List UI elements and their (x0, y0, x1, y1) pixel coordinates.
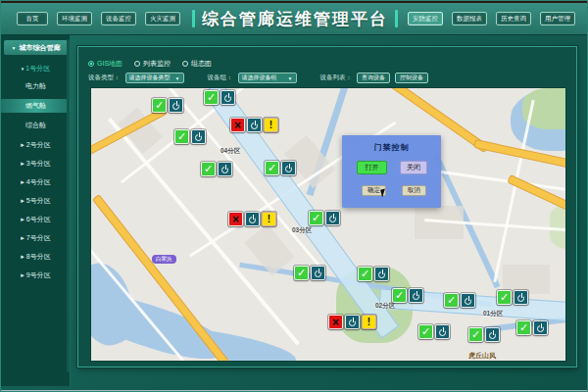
power-toggle-icon[interactable] (435, 324, 450, 339)
power-stem (443, 327, 445, 332)
status-fault-icon[interactable]: × (230, 118, 245, 132)
nav-button-数据报表[interactable]: 数据报表 (452, 12, 487, 25)
alarm-warning-icon[interactable]: ! (362, 315, 376, 329)
power-stem (228, 93, 230, 98)
power-toggle-icon[interactable] (409, 288, 423, 303)
device-marker-normal[interactable]: ✓ (358, 267, 389, 281)
status-ok-icon[interactable]: ✓ (392, 288, 407, 303)
status-ok-icon[interactable]: ✓ (358, 267, 372, 281)
nav-button-用户管理[interactable]: 用户管理 (540, 12, 575, 25)
sidebar-cabin-综合舱[interactable]: 综合舱 (1, 119, 71, 132)
power-stem (493, 330, 495, 335)
power-toggle-icon[interactable] (311, 266, 325, 280)
device-group-dropdown[interactable]: 请选择设备组 ▼ (238, 73, 297, 83)
device-marker-normal[interactable]: ✓ (516, 320, 548, 335)
device-marker-normal[interactable]: ✓ (497, 290, 528, 305)
status-ok-icon[interactable]: ✓ (418, 324, 433, 339)
device-marker-normal[interactable]: ✓ (152, 98, 183, 113)
device-marker-alarm[interactable]: ×! (328, 315, 376, 329)
device-marker-normal[interactable]: ✓ (418, 324, 450, 339)
device-list-button-查询设备[interactable]: 查询设备 (357, 73, 390, 83)
device-list-label: 设备列表： (320, 74, 353, 82)
power-toggle-icon[interactable] (374, 267, 389, 281)
nav-button-历史查询[interactable]: 历史查询 (496, 12, 531, 25)
sidebar-zone-4号分区[interactable]: ▸ 4号分区 (1, 176, 71, 188)
map-place-白家浜: 白家浜 (152, 255, 176, 264)
nav-button-环境监测[interactable]: 环境监测 (57, 12, 92, 25)
device-type-dropdown[interactable]: 请选择设备类型 ▼ (125, 73, 184, 83)
device-marker-normal[interactable]: ✓ (174, 129, 206, 144)
title-accent-right (395, 10, 398, 27)
device-marker-normal[interactable]: ✓ (444, 293, 475, 308)
power-toggle-icon[interactable] (533, 320, 548, 335)
open-button[interactable]: 打开 (357, 161, 387, 174)
sidebar: ▼ 城市综合管廊 ▾ 1号分区 电力舱燃气舱综合舱 ▸ 2号分区▸ 3号分区▸ … (1, 35, 71, 386)
power-toggle-icon[interactable] (281, 161, 296, 175)
power-toggle-icon[interactable] (485, 327, 500, 342)
view-mode-列表监控[interactable]: 列表监控 (134, 59, 171, 69)
device-marker-alarm[interactable]: ×! (228, 212, 276, 226)
sidebar-cabin-燃气舱[interactable]: 燃气舱 (1, 99, 71, 113)
sidebar-zone-3号分区[interactable]: ▸ 3号分区 (1, 158, 71, 170)
status-ok-icon[interactable]: ✓ (204, 90, 219, 105)
device-list-button-控制设备[interactable]: 控制设备 (395, 73, 428, 83)
sidebar-scrollbar[interactable] (67, 39, 70, 372)
device-marker-normal[interactable]: ✓ (392, 288, 423, 303)
alarm-warning-icon[interactable]: ! (262, 212, 276, 226)
status-ok-icon[interactable]: ✓ (516, 320, 531, 335)
close-button[interactable]: 关闭 (400, 161, 427, 174)
power-toggle-icon[interactable] (218, 162, 232, 176)
status-fault-icon[interactable]: × (228, 212, 243, 226)
sidebar-root-node[interactable]: ▼ 城市综合管廊 (4, 40, 68, 55)
device-marker-normal[interactable]: ✓ (265, 161, 296, 175)
alarm-warning-icon[interactable]: ! (264, 118, 278, 132)
power-toggle-icon[interactable] (191, 129, 206, 144)
status-fault-icon[interactable]: × (328, 315, 343, 329)
nav-button-火灾监测[interactable]: 火灾监测 (145, 12, 180, 25)
radio-icon (182, 61, 188, 67)
status-ok-icon[interactable]: ✓ (265, 161, 279, 175)
power-toggle-icon[interactable] (169, 98, 183, 113)
status-ok-icon[interactable]: ✓ (468, 327, 483, 342)
chevron-down-icon: ▼ (288, 75, 293, 81)
device-marker-normal[interactable]: ✓ (468, 327, 500, 342)
sidebar-zone-7号分区[interactable]: ▸ 7号分区 (1, 232, 71, 244)
view-mode-组态图[interactable]: 组态图 (182, 59, 212, 69)
power-toggle-icon[interactable] (245, 212, 260, 226)
power-toggle-icon[interactable] (461, 293, 475, 308)
gis-map[interactable]: 04分区03分区02分区01分区白家浜虎丘山风 ✓✓✓✓✓✓✓✓✓✓✓✓✓✓×!… (90, 87, 566, 362)
view-mode-GIS地图[interactable]: GIS地图 (88, 59, 122, 69)
device-marker-alarm[interactable]: ×! (230, 118, 278, 132)
power-toggle-icon[interactable] (345, 315, 360, 329)
device-marker-normal[interactable]: ✓ (204, 90, 235, 105)
sidebar-zone-8号分区[interactable]: ▸ 8号分区 (1, 251, 71, 263)
status-ok-icon[interactable]: ✓ (444, 293, 459, 308)
status-ok-icon[interactable]: ✓ (309, 211, 323, 225)
sidebar-zone-2号分区[interactable]: ▸ 2号分区 (1, 139, 71, 151)
power-toggle-icon[interactable] (325, 211, 340, 225)
device-marker-normal[interactable]: ✓ (201, 162, 232, 176)
cancel-button[interactable]: 取消 (402, 185, 426, 196)
status-ok-icon[interactable]: ✓ (497, 290, 512, 305)
power-toggle-icon[interactable] (514, 290, 528, 305)
status-ok-icon[interactable]: ✓ (294, 266, 309, 280)
sidebar-cabin-list: 电力舱燃气舱综合舱 (1, 79, 71, 132)
device-marker-normal[interactable]: ✓ (294, 266, 325, 280)
sidebar-zone-6号分区[interactable]: ▸ 6号分区 (1, 214, 71, 225)
sidebar-cabin-电力舱[interactable]: 电力舱 (1, 79, 71, 93)
power-toggle-icon[interactable] (220, 90, 235, 105)
sidebar-zone-1[interactable]: ▾ 1号分区 (1, 64, 71, 74)
sidebar-zone-9号分区[interactable]: ▸ 9号分区 (1, 270, 71, 281)
power-stem (333, 214, 335, 219)
sidebar-zone-5号分区[interactable]: ▸ 5号分区 (1, 195, 71, 207)
nav-button-安防监控[interactable]: 安防监控 (408, 12, 443, 25)
status-ok-icon[interactable]: ✓ (174, 129, 189, 144)
filter-row: 设备类型： 请选择设备类型 ▼ 设备组： 请选择设备组 ▼ 设备列表： 查询设备… (88, 73, 570, 83)
nav-button-设备监控[interactable]: 设备监控 (101, 12, 136, 25)
power-toggle-icon[interactable] (247, 118, 262, 132)
status-ok-icon[interactable]: ✓ (201, 162, 216, 176)
park (550, 204, 566, 249)
nav-button-首页[interactable]: 首页 (17, 12, 48, 25)
status-ok-icon[interactable]: ✓ (152, 98, 167, 113)
device-marker-normal[interactable]: ✓ (309, 211, 340, 225)
